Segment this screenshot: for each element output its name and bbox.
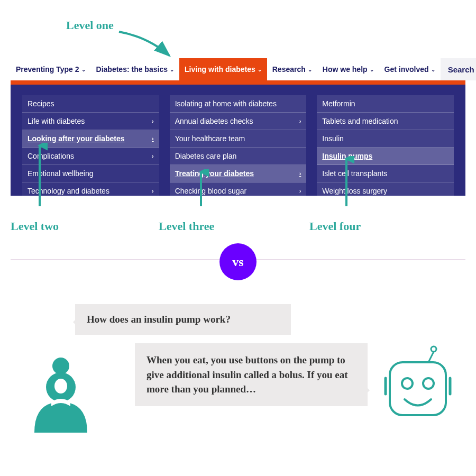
chevron-down-icon: ⌄ (308, 67, 312, 72)
arrow-level-two (32, 143, 48, 209)
nav-item-preventing[interactable]: Preventing Type 2⌄ (11, 58, 91, 80)
nav-label: Research (272, 65, 306, 74)
svg-point-5 (52, 358, 69, 374)
dropdown-item-label: Insulin (322, 134, 343, 143)
nav-label: How we help (323, 65, 368, 74)
dropdown-item-label: Islet cell transplants (322, 169, 387, 178)
chevron-down-icon: ⌄ (81, 67, 86, 72)
svg-point-8 (431, 346, 436, 352)
bot-speech-bubble: When you eat, you use buttons on the pum… (135, 343, 368, 406)
svg-line-9 (428, 352, 434, 362)
dropdown-item[interactable]: Your healthcare team (170, 130, 307, 148)
nav-label: Living with diabetes (185, 65, 255, 74)
accent-bar (11, 80, 465, 85)
dropdown-item[interactable]: Diabetes care plan (170, 148, 307, 165)
dropdown-item[interactable]: Annual diabetes checks› (170, 113, 307, 130)
dropdown-item[interactable]: Weight loss surgery (317, 182, 454, 196)
nav-label: Preventing Type 2 (16, 65, 79, 74)
dropdown-item[interactable]: Insulin pumps (317, 148, 454, 165)
dropdown-item-label: Life with diabetes (28, 117, 85, 125)
dropdown-item[interactable]: Metformin (317, 95, 454, 113)
chevron-right-icon: › (152, 135, 154, 142)
annotation-level-three: Level three (159, 219, 214, 233)
nav-item-help[interactable]: How we help⌄ (317, 58, 379, 80)
dropdown-item-label: Looking after your diabetes (28, 134, 125, 143)
svg-point-7 (54, 379, 67, 393)
chevron-right-icon: › (299, 170, 301, 177)
dropdown-item-label: Weight loss surgery (322, 187, 387, 195)
chevron-down-icon: ⌄ (370, 67, 374, 72)
svg-rect-10 (390, 362, 446, 415)
chevron-down-icon: ⌄ (431, 67, 435, 72)
dropdown-item-label: Your healthcare team (175, 134, 245, 143)
nav-item-research[interactable]: Research⌄ (267, 58, 317, 80)
dropdown-item-label: Treating your diabetes (175, 169, 254, 178)
robot-icon (383, 344, 452, 423)
nav-item-living[interactable]: Living with diabetes⌄ (179, 58, 267, 80)
annotation-level-two: Level two (11, 219, 59, 233)
user-speech-bubble: How does an insulin pump work? (75, 304, 291, 335)
vs-badge: vs (219, 243, 257, 280)
search-button[interactable]: Search (441, 58, 476, 80)
dropdown-item-label: Checking blood sugar (175, 187, 246, 195)
chevron-right-icon: › (299, 118, 301, 124)
chevron-right-icon: › (299, 188, 301, 194)
dropdown-item-label: Annual diabetes checks (175, 117, 253, 125)
dropdown-item[interactable]: Insulin (317, 130, 454, 148)
dropdown-item[interactable]: Tablets and medication (317, 113, 454, 130)
chevron-right-icon: › (152, 188, 154, 194)
nav-item-involved[interactable]: Get involved⌄ (379, 58, 441, 80)
chevron-right-icon: › (152, 153, 154, 159)
dropdown-item[interactable]: Isolating at home with diabetes (170, 95, 307, 113)
svg-point-12 (423, 378, 434, 389)
nav-label: Get involved (385, 65, 429, 74)
search-label: Search (448, 65, 474, 74)
arrow-level-three (193, 169, 209, 209)
arrow-level-four (338, 156, 354, 209)
user-avatar-icon (29, 354, 93, 434)
dropdown-item-label: Diabetes care plan (175, 152, 237, 160)
chevron-right-icon: › (152, 118, 154, 124)
dropdown-item-label: Isolating at home with diabetes (175, 99, 277, 108)
dropdown-item[interactable]: Recipes (22, 95, 159, 113)
svg-point-11 (402, 378, 413, 389)
nav-example: Preventing Type 2⌄ Diabetes: the basics⌄… (11, 58, 465, 196)
annotation-level-four: Level four (309, 219, 361, 233)
dropdown-item-label: Metformin (322, 99, 355, 108)
chevron-down-icon: ⌄ (170, 67, 174, 72)
top-nav: Preventing Type 2⌄ Diabetes: the basics⌄… (11, 58, 465, 80)
dropdown-col-level4: MetforminTablets and medicationInsulinIn… (317, 95, 454, 196)
dropdown-col-level3: Isolating at home with diabetesAnnual di… (170, 95, 307, 196)
dropdown-item-label: Recipes (28, 99, 54, 108)
dropdown-item[interactable]: Checking blood sugar› (170, 182, 307, 196)
mega-dropdown: RecipesLife with diabetes›Looking after … (11, 85, 465, 196)
chevron-down-icon: ⌄ (258, 67, 262, 72)
dropdown-item[interactable]: Life with diabetes› (22, 113, 159, 130)
annotation-level-one: Level one (66, 19, 114, 32)
dropdown-item-label: Tablets and medication (322, 117, 398, 125)
nav-label: Diabetes: the basics (96, 65, 168, 74)
dropdown-item[interactable]: Islet cell transplants (317, 165, 454, 182)
nav-item-basics[interactable]: Diabetes: the basics⌄ (91, 58, 179, 80)
dropdown-item[interactable]: Treating your diabetes› (170, 165, 307, 182)
